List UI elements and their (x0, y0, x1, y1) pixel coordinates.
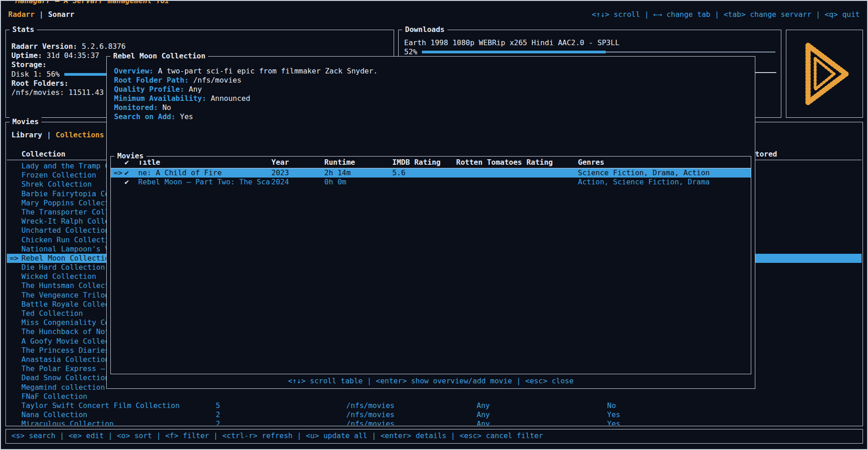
movie-check: ✔ (125, 168, 138, 178)
modal-field: Overview: A two-part sci-fi epic from fi… (114, 67, 748, 76)
movie-year: 2024 (271, 178, 324, 187)
collection-monitored (738, 337, 862, 346)
modal-field-value: Yes (180, 112, 193, 121)
collection-monitored (738, 392, 862, 401)
disk-usage-label: Disk 1: 56% (11, 70, 60, 79)
collection-row[interactable]: Taylor Swift Concert Film Collection5/nf… (7, 401, 862, 410)
collection-search-on-add: Yes (607, 419, 738, 425)
collection-monitored (738, 226, 862, 235)
modal-field-label: Quality Profile: (114, 85, 184, 94)
uptime-value: 31d 04:35:37 (47, 51, 99, 60)
modal-field: Search on Add: Yes (114, 112, 748, 121)
collection-monitored (738, 291, 862, 300)
empty-cell (10, 150, 21, 160)
uptime-label: Uptime: (11, 51, 42, 60)
modal-field-value: /nfs/movies (193, 76, 241, 84)
movie-row[interactable]: ✔Rebel Moon – Part Two: The Scar20240h 0… (111, 178, 751, 187)
modal-field-label: Monitored: (114, 103, 158, 112)
movies-tabs: Library|Collections| (11, 131, 118, 140)
collection-marker (10, 263, 21, 272)
collection-monitored (738, 272, 862, 281)
tab-separator: | (47, 131, 51, 139)
collection-quality-profile (477, 392, 607, 401)
collection-marker (10, 272, 21, 281)
download-percent-label: 52% (404, 47, 417, 57)
collection-search-on-add: Yes (607, 410, 738, 419)
servarr-tabs: Radarr|Sonarr (8, 10, 74, 19)
movies-header-imdb-rating: IMDB Rating (392, 158, 456, 168)
movie-runtime: 2h 14m (324, 168, 392, 178)
collection-monitored (738, 309, 862, 318)
collection-monitored (738, 419, 862, 425)
collection-marker (10, 208, 21, 217)
bottom-keybinds: <s> search | <e> edit | <o> sort | <f> f… (11, 431, 543, 440)
collection-quality-profile: Any (477, 419, 607, 425)
collections-header-monitored: Monitored (738, 150, 862, 160)
collection-monitored (738, 327, 862, 336)
collection-marker (10, 235, 21, 245)
tab-collections[interactable]: Collections (56, 131, 104, 139)
gauge-fill (422, 51, 606, 53)
movie-title: Rebel Moon – Part Two: The Scar (138, 178, 271, 187)
collection-marker (10, 318, 21, 327)
modal-field-value: A two-part sci-fi epic from filmmaker Za… (158, 67, 378, 75)
collection-movie-count: 5 (216, 401, 346, 410)
modal-movies-header: ✔ Title Year Runtime IMDB Rating Rotten … (111, 158, 751, 168)
modal-field-label: Minimum Availability: (114, 94, 206, 103)
collection-row[interactable]: Nana Collection2/nfs/moviesAnyYes (7, 410, 862, 419)
collection-movie-count: 2 (216, 410, 346, 419)
collection-marker (10, 180, 21, 189)
download-name: Earth 1998 1080p WEBRip x265 Hindi AAC2.… (404, 38, 775, 47)
collection-marker (10, 410, 21, 419)
collection-marker (10, 291, 21, 300)
version-label: Radarr Version: (11, 42, 78, 51)
collection-row[interactable]: FNaF Collection (7, 392, 862, 401)
collection-marker (10, 419, 21, 425)
logo-panel (786, 30, 863, 118)
movies-header-year: Year (271, 158, 324, 168)
movie-genres: Action, Science Fiction, Drama (578, 178, 751, 187)
collection-monitored (738, 346, 862, 355)
collection-monitored (738, 208, 862, 217)
collection-marker (10, 162, 21, 171)
tab-library[interactable]: Library (11, 131, 42, 139)
collection-monitored (738, 245, 862, 254)
modal-movies-body: =>✔ne: A Child of Fire20232h 14m5.6Scien… (111, 168, 751, 187)
collection-name: FNaF Collection (21, 392, 216, 401)
modal-field: Monitored: No (114, 103, 748, 112)
collection-root-folder (346, 392, 477, 401)
movie-row[interactable]: =>✔ne: A Child of Fire20232h 14m5.6Scien… (111, 168, 751, 178)
collection-movie-count: 2 (216, 419, 346, 425)
collection-marker (10, 226, 21, 235)
collection-monitored (738, 300, 862, 309)
tab-radarr[interactable]: Radarr (8, 10, 35, 19)
movies-header-rotten-tomatoes-rating: Rotten Tomatoes Rating (456, 158, 578, 168)
tab-sonarr[interactable]: Sonarr (48, 10, 74, 19)
collection-search-on-add: No (607, 401, 738, 410)
modal-field: Root Folder Path: /nfs/movies (114, 76, 748, 85)
collection-monitored (738, 401, 862, 410)
collection-marker (10, 373, 21, 382)
collection-row[interactable]: Miraculous Collection2/nfs/moviesAnyYes (7, 419, 862, 425)
download-gauge (422, 47, 775, 57)
play-logo-icon (795, 37, 854, 110)
collection-quality-profile: Any (477, 410, 607, 419)
collection-name: Nana Collection (21, 410, 216, 419)
collection-details-modal: Rebel Moon Collection Overview: A two-pa… (106, 56, 755, 389)
collection-marker (10, 309, 21, 318)
movie-imdb-rating: 5.6 (392, 168, 456, 178)
collection-root-folder: /nfs/movies (346, 410, 477, 419)
collection-marker (10, 300, 21, 309)
modal-field-label: Root Folder Path: (114, 76, 189, 84)
collection-marker (10, 355, 21, 364)
collection-name: Taylor Swift Concert Film Collection (21, 401, 216, 410)
topbar: Radarr|Sonarr <↑↓> scroll | ←→ change ta… (8, 10, 860, 19)
app-window: Managarr – A Servarr management TUI Rada… (0, 0, 868, 450)
collection-marker (10, 337, 21, 346)
collection-movie-count (216, 392, 346, 401)
collection-monitored (738, 180, 862, 189)
collection-marker (10, 327, 21, 336)
movie-check: ✔ (125, 178, 138, 187)
movies-header-title: Title (138, 158, 271, 168)
modal-fields: Overview: A two-part sci-fi epic from fi… (107, 57, 755, 121)
